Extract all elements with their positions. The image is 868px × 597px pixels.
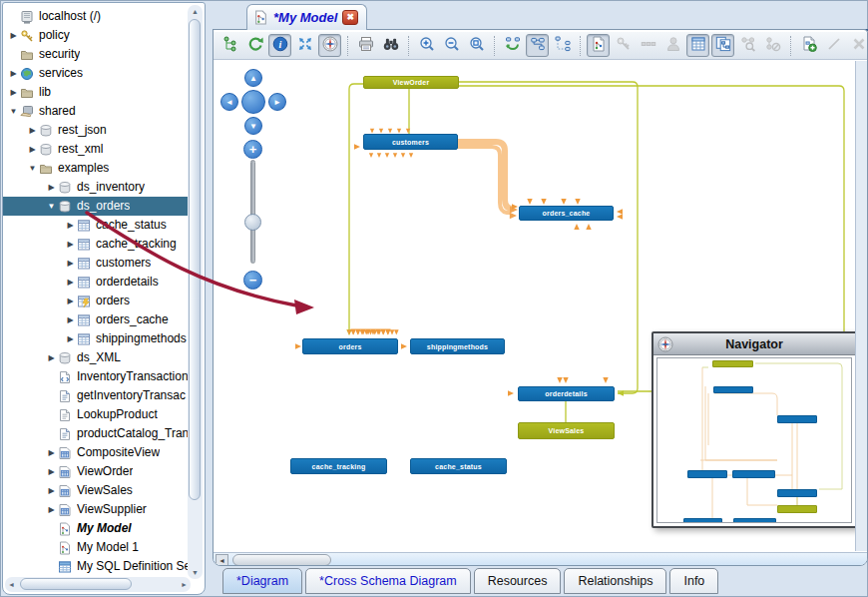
refresh-layout-button[interactable] bbox=[501, 34, 524, 57]
tree-item-compositeview[interactable]: ▶CompositeView bbox=[3, 443, 190, 462]
chevron-right-icon[interactable]: ▶ bbox=[7, 83, 20, 102]
info-mode-button[interactable]: i bbox=[268, 34, 291, 57]
canvas-vertical-scrollbar[interactable] bbox=[855, 61, 868, 551]
print-button[interactable] bbox=[354, 34, 377, 57]
view-tab-cross-schema-diagram[interactable]: *Cross Schema Diagram bbox=[305, 568, 471, 594]
navigator-viewport[interactable] bbox=[656, 357, 852, 523]
chevron-right-icon[interactable]: ▶ bbox=[45, 462, 58, 481]
tree-item-security[interactable]: security bbox=[3, 45, 190, 64]
view-tab-diagram[interactable]: *Diagram bbox=[222, 568, 302, 594]
tab-my-model[interactable]: *My Model ✖ bbox=[246, 4, 367, 30]
overview-tree-button[interactable] bbox=[218, 34, 241, 57]
zoom-slider[interactable] bbox=[250, 160, 255, 264]
show-owner-button[interactable] bbox=[661, 34, 684, 57]
diagram-node-shippingmethods[interactable]: shippingmethods bbox=[410, 338, 505, 354]
chevron-right-icon[interactable]: ▶ bbox=[26, 121, 39, 140]
chevron-right-icon[interactable]: ▶ bbox=[64, 254, 77, 273]
show-views-button[interactable] bbox=[711, 34, 734, 57]
tree-item-viewsales[interactable]: ▶ViewSales bbox=[3, 481, 190, 500]
diagram-node-cache-status[interactable]: cache_status bbox=[410, 458, 507, 474]
auto-layout-button[interactable] bbox=[526, 34, 549, 57]
tree-item-shippingmethods[interactable]: ▶shippingmethods bbox=[3, 329, 190, 348]
tree-item-lib[interactable]: ▶lib bbox=[3, 83, 190, 102]
chevron-right-icon[interactable]: ▶ bbox=[64, 292, 77, 310]
chevron-right-icon[interactable]: ▶ bbox=[45, 178, 58, 197]
show-tables-button[interactable] bbox=[686, 34, 709, 57]
tree-item-orders-cache[interactable]: ▶orders_cache bbox=[3, 310, 190, 329]
tree-vscroll-thumb[interactable] bbox=[189, 19, 201, 500]
chevron-right-icon[interactable]: ▶ bbox=[45, 443, 58, 462]
show-columns-button[interactable] bbox=[637, 34, 659, 57]
find-button[interactable] bbox=[379, 34, 402, 57]
scroll-left-icon[interactable]: ◄ bbox=[216, 554, 228, 566]
pan-center-button[interactable] bbox=[241, 90, 265, 114]
chevron-right-icon[interactable]: ▶ bbox=[64, 273, 77, 292]
chevron-right-icon[interactable]: ▶ bbox=[7, 26, 20, 45]
zoom-out-button[interactable] bbox=[440, 34, 463, 57]
diagram-node-vieworder[interactable]: ViewOrder bbox=[363, 76, 459, 89]
diagram-node-customers[interactable]: customers bbox=[363, 134, 458, 150]
chevron-right-icon[interactable]: ▶ bbox=[45, 348, 58, 367]
tree-item-ds-inventory[interactable]: ▶ds_inventory bbox=[3, 178, 190, 197]
chevron-right-icon[interactable]: ▶ bbox=[45, 500, 58, 519]
tree-item-my-model[interactable]: My Model bbox=[3, 519, 190, 538]
tree-item-services[interactable]: ▶services bbox=[3, 64, 190, 83]
pan-left-button[interactable]: ◄ bbox=[220, 93, 238, 111]
scroll-up-icon[interactable]: ▲ bbox=[189, 5, 202, 18]
navigator-titlebar[interactable]: Navigator bbox=[653, 333, 855, 355]
show-model-button[interactable] bbox=[587, 34, 610, 57]
chevron-right-icon[interactable]: ▶ bbox=[64, 310, 77, 329]
tree-item-customers[interactable]: ▶customers bbox=[3, 254, 190, 273]
navigator-toggle-button[interactable] bbox=[318, 34, 341, 57]
chevron-right-icon[interactable]: ▶ bbox=[45, 481, 58, 500]
tree-item-my-model-1[interactable]: My Model 1 bbox=[3, 538, 190, 557]
tree-item-orderdetails[interactable]: ▶orderdetails bbox=[3, 273, 190, 292]
draw-relationship-button[interactable] bbox=[822, 34, 845, 57]
tree-item-productcatalog-tran[interactable]: productCatalog_Tran bbox=[3, 424, 190, 443]
tree-item-getinventorytransac[interactable]: getInventoryTransac bbox=[3, 386, 190, 405]
tree-item-ds-orders[interactable]: ▼ds_orders bbox=[3, 197, 190, 216]
view-tab-resources[interactable]: Resources bbox=[474, 568, 562, 594]
diagram-node-orders[interactable]: orders bbox=[302, 338, 398, 354]
tree-item-rest-json[interactable]: ▶rest_json bbox=[3, 121, 190, 140]
delete-button[interactable] bbox=[847, 34, 868, 57]
tree-item-policy[interactable]: ▶policy bbox=[3, 26, 190, 45]
diagram-node-cache-tracking[interactable]: cache_tracking bbox=[290, 458, 387, 474]
tree-item-shared[interactable]: ▼shared bbox=[3, 102, 190, 121]
diagram-canvas[interactable]: ▲ ◄ ► ▼ + − Navigator ViewOrdercustomers… bbox=[214, 61, 855, 551]
tree-vertical-scrollbar[interactable]: ▲ ▼ bbox=[188, 5, 203, 579]
tree-hscroll-thumb[interactable] bbox=[20, 578, 132, 590]
navigator-panel[interactable]: Navigator bbox=[651, 331, 855, 528]
tree-horizontal-scrollbar[interactable]: ◄ ► bbox=[5, 577, 191, 592]
pan-right-button[interactable]: ► bbox=[268, 93, 286, 111]
chevron-right-icon[interactable]: ▶ bbox=[64, 329, 77, 348]
tree-item-cache-tracking[interactable]: ▶cache_tracking bbox=[3, 235, 190, 254]
rotate-layout-button[interactable] bbox=[243, 34, 266, 57]
zoom-in-button[interactable] bbox=[415, 34, 438, 57]
add-to-model-button[interactable] bbox=[797, 34, 820, 57]
tree-item-my-sql-definition-set[interactable]: My SQL Definition Set bbox=[3, 557, 190, 576]
pan-down-button[interactable]: ▼ bbox=[244, 117, 262, 135]
tree-item-examples[interactable]: ▼examples bbox=[3, 159, 190, 178]
chevron-right-icon[interactable]: ▶ bbox=[64, 235, 77, 254]
canvas-horizontal-scrollbar[interactable]: ◄ bbox=[214, 552, 868, 566]
close-icon[interactable]: ✖ bbox=[342, 10, 358, 25]
tree-item-ds-xml[interactable]: ▶ds_XML bbox=[3, 348, 190, 367]
tree-item-orders[interactable]: ▶orders bbox=[3, 292, 190, 310]
pan-up-button[interactable]: ▲ bbox=[244, 69, 262, 87]
scroll-right-icon[interactable]: ► bbox=[178, 578, 191, 591]
expand-related-button[interactable] bbox=[736, 34, 759, 57]
tree-item-vieworder[interactable]: ▶ViewOrder bbox=[3, 462, 190, 481]
tree-item-cache-status[interactable]: ▶cache_status bbox=[3, 216, 190, 235]
canvas-hscroll-thumb[interactable] bbox=[232, 554, 331, 566]
chevron-right-icon[interactable]: ▶ bbox=[64, 216, 77, 235]
remove-related-button[interactable] bbox=[761, 34, 784, 57]
zoom-slider-thumb[interactable] bbox=[244, 214, 261, 231]
tree-item-viewsupplier[interactable]: ▶ViewSupplier bbox=[3, 500, 190, 519]
diagram-node-orders-cache[interactable]: orders_cache bbox=[519, 206, 614, 221]
scroll-left-icon[interactable]: ◄ bbox=[5, 578, 18, 591]
chevron-right-icon[interactable]: ▶ bbox=[7, 64, 20, 83]
tree-item-lookupproduct[interactable]: LookupProduct bbox=[3, 405, 190, 424]
tree-item-rest-xml[interactable]: ▶rest_xml bbox=[3, 140, 190, 159]
show-keys-button[interactable] bbox=[612, 34, 635, 57]
